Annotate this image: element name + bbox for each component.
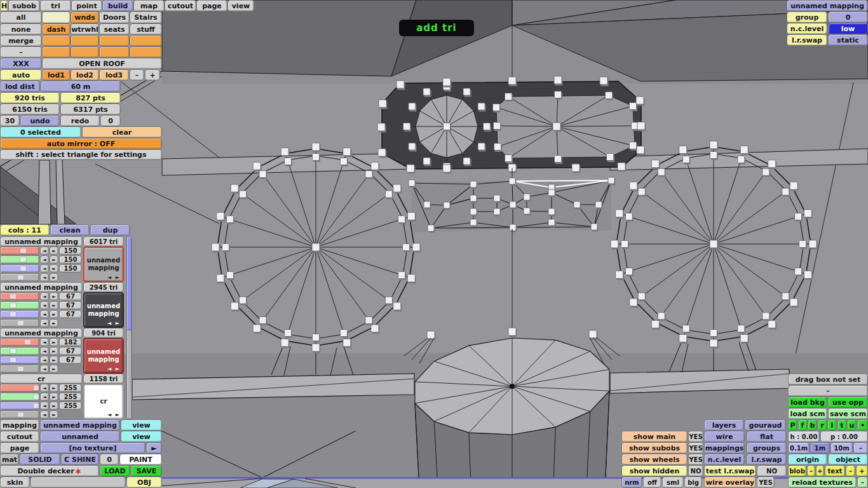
lod3-button[interactable]: lod3 <box>99 69 129 81</box>
slider-k-3[interactable] <box>0 410 39 419</box>
tool-stuff[interactable]: stuff <box>130 24 162 35</box>
test-lr-swap-button[interactable]: test l.r.swap <box>704 465 756 477</box>
slider-dec-0-3[interactable]: ◄ <box>40 384 49 392</box>
tool-wtrwhl[interactable]: wtrwhl <box>71 24 99 35</box>
tool-Stairs[interactable]: Stairs <box>130 11 162 24</box>
lod1-button[interactable]: lod1 <box>42 69 71 81</box>
slider-b-0-thumb[interactable] <box>20 266 27 271</box>
tool-slot-b3[interactable] <box>99 46 130 58</box>
show-hidden-state[interactable]: NO <box>688 465 703 477</box>
menu-tri[interactable]: tri <box>40 0 71 11</box>
slider-b-2[interactable] <box>0 356 39 364</box>
slider-dec-0-0[interactable]: ◄ <box>40 247 49 255</box>
grid-1m-button[interactable]: 1m <box>810 442 830 454</box>
undo-button[interactable]: undo <box>20 115 60 126</box>
face-toggle-f[interactable]: f <box>798 419 808 431</box>
lod-minus-button[interactable]: – <box>130 69 144 81</box>
text-plus-button[interactable]: + <box>856 465 868 477</box>
skin-label[interactable]: skin <box>0 477 30 488</box>
slider-dec-2-1[interactable]: ◄ <box>40 310 49 318</box>
flat-button[interactable]: flat <box>747 431 787 442</box>
mapping-name-1[interactable]: unnamed mapping <box>0 282 83 292</box>
slider-dec-2-3[interactable]: ◄ <box>40 402 49 410</box>
tool-slot-a2[interactable] <box>71 35 99 46</box>
slider-r-1-thumb[interactable] <box>10 294 17 299</box>
slider-dec-3-0[interactable]: ◄ <box>40 273 49 281</box>
open-roof-button[interactable]: OPEN ROOF <box>42 58 162 69</box>
slider-dec-0-1[interactable]: ◄ <box>40 292 49 301</box>
layers-button[interactable]: layers <box>704 419 744 431</box>
face-toggle-r[interactable]: r <box>818 419 827 431</box>
lod-auto-button[interactable]: auto <box>0 69 42 81</box>
slider-inc-3-0[interactable]: ► <box>50 273 58 281</box>
slider-g-1-thumb[interactable] <box>10 302 17 308</box>
use-opp-button[interactable]: use opp <box>828 396 868 408</box>
tool-slot-b2[interactable] <box>71 46 99 58</box>
menu-page[interactable]: page <box>196 0 227 11</box>
menu-subob[interactable]: subob <box>8 0 40 11</box>
slider-k-1[interactable] <box>0 319 39 327</box>
wire-overlay-toggle[interactable]: wire overlay <box>704 477 756 488</box>
lod2-button[interactable]: lod2 <box>71 69 99 81</box>
slider-g-3[interactable] <box>0 393 39 401</box>
slider-r-3[interactable] <box>0 384 39 392</box>
slider-b-0[interactable] <box>0 264 39 273</box>
swatch-arrows-0[interactable]: ◄ ► <box>107 274 121 280</box>
lod-dist-value[interactable]: 60 m <box>41 81 121 92</box>
slider-inc-2-0[interactable]: ► <box>50 264 58 273</box>
face-toggle-t[interactable]: t <box>837 419 847 431</box>
slider-dec-2-2[interactable]: ◄ <box>40 356 49 364</box>
drag-box-dash[interactable]: – <box>788 385 868 396</box>
redo-button[interactable]: redo <box>60 115 100 126</box>
mapping-name-3[interactable]: cr <box>0 374 83 384</box>
slider-dec-1-0[interactable]: ◄ <box>40 255 49 264</box>
slider-dec-2-0[interactable]: ◄ <box>40 264 49 273</box>
slider-inc-1-1[interactable]: ► <box>50 301 58 309</box>
tool-slot-a3[interactable] <box>99 35 130 46</box>
gouraud-button[interactable]: gouraud <box>745 419 786 431</box>
tool-slot-b4[interactable] <box>130 46 162 58</box>
clear-selection-button[interactable]: clear <box>82 126 162 138</box>
save-scm-button[interactable]: save scm <box>828 408 868 419</box>
dup-button[interactable]: dup <box>90 224 130 236</box>
lr-swap-value[interactable]: static <box>828 34 868 46</box>
slider-dec-3-2[interactable]: ◄ <box>40 365 49 373</box>
slider-k-2[interactable] <box>0 365 39 373</box>
xxx-button[interactable]: XXX <box>0 58 42 69</box>
reload-textures-button[interactable]: reload textures <box>788 477 857 488</box>
slider-inc-2-2[interactable]: ► <box>50 356 58 364</box>
load-scm-button[interactable]: load scm <box>788 408 827 419</box>
lod-plus-button[interactable]: + <box>145 69 160 81</box>
slider-b-2-thumb[interactable] <box>10 357 17 363</box>
face-toggle-b[interactable]: b <box>808 419 817 431</box>
obj-button[interactable]: OBJ <box>126 477 162 488</box>
mapping-name-0[interactable]: unnamed mapping <box>0 236 83 247</box>
slider-b-1-thumb[interactable] <box>10 311 17 317</box>
dash-button[interactable]: – <box>0 46 42 58</box>
grid-0-1m-button[interactable]: 0.1m <box>788 442 810 454</box>
mat-shine-value[interactable]: 0 <box>100 454 119 465</box>
lr-swap-button[interactable]: l.r.swap <box>747 454 787 465</box>
mapping-swatch-0[interactable]: unnamed mapping◄ ► <box>83 247 124 282</box>
nc-level-button[interactable]: n.c.level <box>704 454 745 465</box>
slider-dec-1-1[interactable]: ◄ <box>40 301 49 309</box>
slider-g-0[interactable] <box>0 255 39 264</box>
show-wheels-state[interactable]: YES <box>688 454 703 465</box>
slider-dec-1-2[interactable]: ◄ <box>40 347 49 355</box>
mapping-value[interactable]: unnamed mapping <box>40 419 120 431</box>
show-wheels-toggle[interactable]: show wheels <box>621 454 688 465</box>
slider-r-0[interactable] <box>0 247 39 255</box>
face-toggle-p[interactable]: P <box>788 419 797 431</box>
slider-inc-0-1[interactable]: ► <box>50 292 58 301</box>
grid-10m-button[interactable]: 10m <box>831 442 853 454</box>
menu-cutout[interactable]: cutout <box>165 0 196 11</box>
tool-wnds[interactable]: wnds <box>71 11 99 24</box>
current-mapping-title[interactable]: unnamed mapping <box>787 0 868 11</box>
page-value[interactable]: [no texture] <box>40 442 146 454</box>
mapping-swatch-2[interactable]: unnamed mapping◄ ► <box>83 338 124 374</box>
mappings-button[interactable]: mappings <box>704 442 745 454</box>
slider-k-1-thumb[interactable] <box>17 320 24 326</box>
save-button[interactable]: SAVE <box>131 465 162 477</box>
swatch-arrows-3[interactable]: ◄ ► <box>107 412 121 417</box>
wire-button[interactable]: wire <box>704 431 745 442</box>
